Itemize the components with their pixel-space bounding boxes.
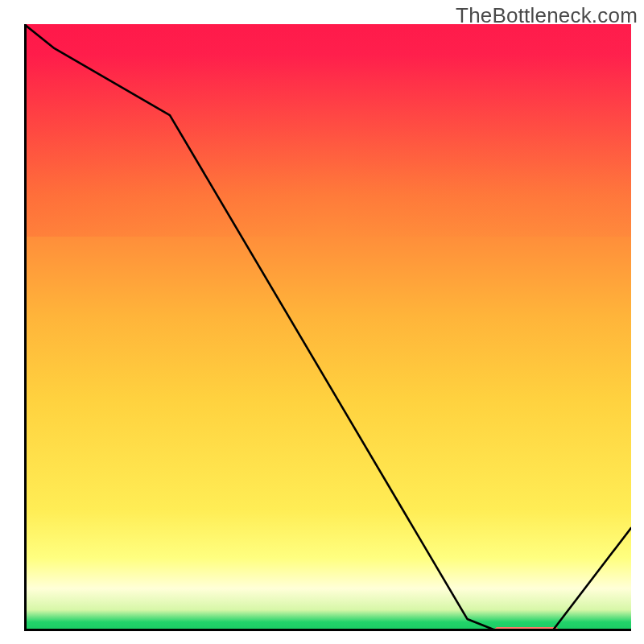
chart-container: TheBottleneck.com bbox=[0, 0, 644, 644]
plot-area bbox=[24, 24, 631, 631]
chart-background-tint bbox=[24, 24, 631, 237]
watermark-text: TheBottleneck.com bbox=[456, 3, 638, 28]
chart-svg bbox=[24, 24, 631, 631]
